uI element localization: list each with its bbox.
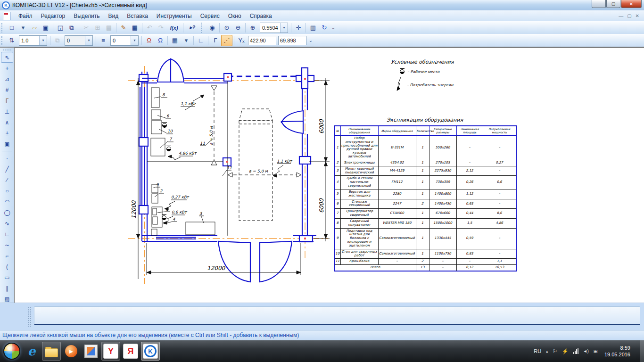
datum-tool[interactable]: ⊿	[1, 74, 13, 84]
action-center-icon[interactable]: ⚐	[553, 348, 557, 354]
redo-icon[interactable]: ↷	[155, 22, 166, 33]
spreadsheet-icon[interactable]: ▦	[129, 22, 140, 33]
local-csys-icon[interactable]: ∟	[195, 35, 206, 46]
snap-setup-icon[interactable]: Ω	[143, 35, 155, 46]
new-dropdown-icon[interactable]: ▾	[17, 22, 29, 33]
undo-icon[interactable]: ↶	[144, 22, 155, 33]
power-icon[interactable]: ⚡	[562, 348, 569, 354]
chevron-down-icon[interactable]: ▾	[280, 23, 288, 33]
start-taskbar-button[interactable]	[2, 342, 21, 361]
clock[interactable]: 8:59 19.05.2016	[604, 345, 630, 358]
point-tool[interactable]: ·	[1, 153, 13, 164]
zoom-area-icon[interactable]: ⊙	[221, 22, 232, 33]
angle-snap-icon[interactable]: ⋰	[221, 35, 232, 46]
windows-explorer-taskbar-button[interactable]	[42, 342, 61, 361]
menu-item-5[interactable]: Инструменты	[152, 11, 196, 21]
zoom-in-icon[interactable]: ⊕	[247, 22, 258, 33]
menu-item-7[interactable]: Окно	[224, 11, 246, 21]
menu-item-6[interactable]: Сервис	[196, 11, 224, 21]
windows-update-icon[interactable]: ⊞	[594, 348, 598, 354]
spline-tool[interactable]: ∿	[1, 218, 13, 229]
arc-tool[interactable]: ◠	[1, 196, 13, 207]
ortho-mode-icon[interactable]: Γ	[210, 35, 221, 46]
toolbar-overflow-button[interactable]: ⌄	[330, 25, 337, 30]
toolbar-overflow-button[interactable]: ⌄	[307, 38, 314, 43]
menu-item-4[interactable]: Вставка	[123, 11, 152, 21]
grid-dropdown-icon[interactable]: ▾	[181, 35, 192, 46]
toolbar-grip[interactable]	[1, 36, 5, 45]
coord-x-field[interactable]: 422.90	[248, 36, 276, 45]
mdi-minimize-button[interactable]: —	[619, 13, 623, 18]
mdi-close-button[interactable]: ✕	[636, 13, 639, 18]
maximize-button[interactable]: ▢	[606, 0, 620, 8]
media-player-taskbar-button[interactable]: ▶	[62, 342, 81, 361]
parallel-lines-tool[interactable]: ∥	[1, 283, 13, 294]
copy-icon[interactable]: ⊞	[92, 22, 103, 33]
selection-tool[interactable]: ⇖	[1, 52, 13, 63]
variables-icon[interactable]: f(x)	[166, 22, 182, 33]
show-desktop-button[interactable]	[640, 340, 644, 362]
property-field[interactable]	[34, 306, 640, 325]
rectangle-tool[interactable]: ▭	[1, 272, 13, 283]
photo-viewer-taskbar-button[interactable]	[82, 342, 100, 361]
menu-item-0[interactable]: Файл	[14, 11, 37, 21]
segment-tool[interactable]: ∕	[1, 174, 13, 185]
new-document-icon[interactable]: □	[6, 22, 17, 33]
drawing[interactable]: а = 5,0 м в = 5,0 м 11 11 8	[15, 48, 644, 303]
copies-count-icon[interactable]: ⧉	[52, 35, 63, 46]
menu-item-3[interactable]: Вид	[104, 11, 123, 21]
zoom-page-icon[interactable]: ◉	[206, 22, 218, 33]
zoom-level-combo[interactable]: 0.5504▾	[260, 23, 288, 33]
print-preview-icon[interactable]: ◲	[55, 22, 66, 33]
chevron-down-icon[interactable]: ▾	[85, 36, 92, 45]
compass-tool[interactable]: ∧	[1, 117, 13, 128]
menu-item-2[interactable]: Выделить	[69, 11, 104, 21]
panel-drag-handle[interactable]	[28, 307, 31, 327]
menu-item-8[interactable]: Справка	[246, 11, 276, 21]
cut-icon[interactable]: ✂	[81, 22, 92, 33]
context-help-icon[interactable]: ▸?	[185, 22, 200, 33]
snap-local-icon[interactable]: Ω	[155, 35, 166, 46]
line-tool[interactable]: ╱	[1, 164, 13, 174]
plus-minus-tool[interactable]: ±	[1, 128, 13, 139]
zoom-in-out-icon[interactable]: ⊖	[232, 22, 244, 33]
layer-combo[interactable]: 0▾	[110, 35, 139, 46]
internet-explorer-taskbar-button[interactable]: e	[22, 342, 41, 361]
layers-icon[interactable]: ≡	[98, 35, 109, 46]
yandex-app-taskbar-button[interactable]: Я	[121, 342, 140, 361]
scale-combo[interactable]: 1.0▾	[19, 35, 47, 46]
panel-tool[interactable]: ▣	[1, 139, 13, 149]
hammer-tool[interactable]: Γ	[1, 95, 13, 106]
show-columns-icon[interactable]: ▥	[307, 22, 319, 33]
refresh-image-icon[interactable]: ↻	[319, 22, 330, 33]
hidden-icons-button[interactable]: ▴	[546, 349, 548, 354]
grid-icon[interactable]: ▦	[169, 35, 181, 46]
chevron-down-icon[interactable]: ▾	[39, 36, 47, 45]
measure-tool[interactable]: +	[1, 63, 13, 74]
polyline-tool[interactable]: ∟	[1, 229, 13, 239]
copies-combo[interactable]: 0▾	[65, 35, 93, 46]
menu-item-1[interactable]: Редактор	[37, 11, 70, 21]
save-document-icon[interactable]: ▣	[40, 22, 51, 33]
current-scale-icon[interactable]: ⇅	[6, 35, 17, 46]
yandex-browser-taskbar-button[interactable]: Y	[101, 342, 120, 361]
grid-edit-tool[interactable]: #	[1, 84, 13, 95]
copy-properties-icon[interactable]: ✎	[118, 22, 129, 33]
toolbar-grip[interactable]	[1, 23, 5, 33]
pan-icon[interactable]: ✛	[293, 22, 304, 33]
network-icon[interactable]	[573, 348, 578, 354]
kompas-3d-taskbar-button[interactable]: K	[141, 342, 160, 361]
coord-y-field[interactable]: 69.898	[278, 36, 306, 45]
close-button[interactable]: ✕	[621, 0, 642, 8]
circle-tool[interactable]: ○	[1, 185, 13, 196]
perpendicular-tool[interactable]: ⊥	[1, 106, 13, 117]
chamfer-tool[interactable]: ⌐	[1, 250, 13, 261]
fillet-tool[interactable]: (	[1, 261, 13, 272]
bezier-tool[interactable]: ∼	[1, 239, 13, 250]
mdi-restore-button[interactable]: ▢	[627, 13, 631, 18]
paste-icon[interactable]: ▤	[103, 22, 115, 33]
panel-grip[interactable]	[3, 49, 11, 50]
cursor-coordinates-icon[interactable]: Yₓ	[236, 35, 247, 46]
drawing-canvas[interactable]: а = 5,0 м в = 5,0 м 11 11 8	[14, 48, 644, 303]
minimize-button[interactable]: —	[592, 0, 606, 8]
